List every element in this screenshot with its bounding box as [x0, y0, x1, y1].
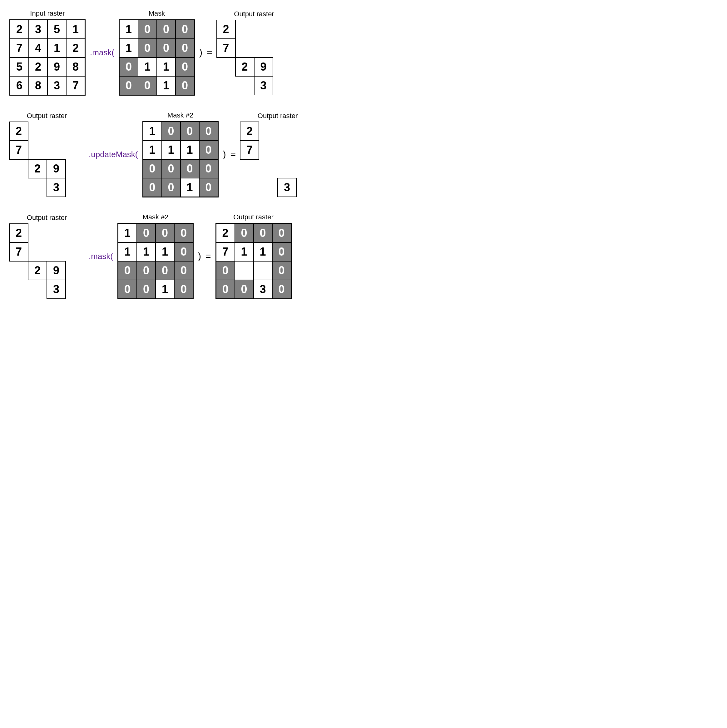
output-cell	[47, 122, 66, 141]
output-raster-title-1: Output raster	[234, 10, 274, 18]
mask-cell: 1	[119, 20, 138, 39]
mask-cell: 0	[138, 38, 157, 58]
output-cell: 9	[47, 261, 66, 280]
output-cell	[65, 140, 85, 160]
output-cell	[254, 38, 273, 58]
output-cell	[9, 178, 28, 197]
output-cell: 2	[216, 223, 235, 243]
output-raster-block-2: Output raster 273	[240, 112, 315, 197]
grid-cell: 8	[28, 76, 48, 95]
row-3: Output raster 27293 .mask( Mask #2 10001…	[9, 213, 718, 299]
mask-cell: 0	[199, 122, 218, 141]
mask-block-2: Mask #2 1000111000000010	[142, 111, 218, 197]
output-cell	[9, 280, 28, 299]
output-cell: 2	[240, 122, 259, 141]
row-1: Input raster 2351741252986837 .mask( Mas…	[9, 9, 718, 96]
mask-cell: 0	[199, 140, 218, 160]
mask-block-1: Mask 1000100001100010	[119, 9, 195, 96]
output-cell: 1	[253, 242, 273, 262]
mask-cell: 1	[155, 280, 174, 299]
output-cell: 7	[9, 242, 28, 262]
grid-cell: 2	[66, 38, 85, 58]
output-cell	[9, 159, 28, 178]
output-cell	[296, 140, 315, 160]
equals-2: =	[231, 117, 236, 192]
mask-cell: 1	[118, 223, 137, 243]
output-cell	[47, 223, 66, 243]
grid-cell: 7	[10, 38, 29, 58]
grid-cell: 2	[10, 20, 29, 39]
output-cell	[65, 261, 85, 280]
mask-cell: 0	[143, 178, 162, 197]
mask-cell: 0	[118, 261, 137, 280]
mask-cell: 0	[175, 38, 194, 58]
grid-cell: 5	[10, 57, 29, 76]
mask-block-3: Mask #2 1000111000000010	[118, 213, 194, 299]
output-cell: 2	[28, 261, 47, 280]
mask-cell: 1	[156, 76, 176, 95]
mask-cell: 0	[138, 20, 157, 39]
output-cell: 3	[47, 178, 66, 197]
mask-cell: 1	[180, 178, 200, 197]
grid-cell: 3	[47, 76, 67, 95]
op-mask-3: .mask(	[89, 219, 113, 294]
close-paren-3: )	[198, 219, 201, 294]
output-cell: 7	[9, 140, 28, 160]
mask-cell: 0	[155, 223, 174, 243]
mask-cell: 0	[162, 159, 181, 178]
output-raster-grid-2: 273	[240, 122, 315, 197]
output-cell: 9	[254, 57, 273, 76]
output-cell: 0	[216, 280, 235, 299]
output-cell	[65, 242, 85, 262]
output-cell: 2	[235, 57, 255, 76]
output-cell: 0	[235, 223, 254, 243]
mask-cell: 0	[174, 223, 193, 243]
input-raster-grid-2: 27293	[9, 122, 84, 197]
grid-cell: 1	[47, 38, 67, 58]
output-cell	[28, 178, 47, 197]
output-cell	[273, 38, 292, 58]
mask-cell: 0	[175, 57, 194, 76]
output-cell	[254, 20, 273, 39]
grid-cell: 6	[10, 76, 29, 95]
grid-cell: 1	[66, 20, 85, 39]
output-cell	[273, 57, 292, 76]
grid-cell: 5	[47, 20, 67, 39]
output-cell	[277, 159, 297, 178]
output-cell	[65, 159, 85, 178]
mask-grid-3: 1000111000000010	[118, 223, 194, 299]
output-cell: 2	[217, 20, 236, 39]
mask-cell: 0	[180, 122, 200, 141]
output-raster-block-1: Output raster 27293	[217, 10, 292, 95]
output-cell	[65, 122, 85, 141]
output-cell	[217, 76, 236, 95]
output-cell	[235, 76, 255, 95]
mask-cell: 0	[199, 159, 218, 178]
input-raster-block-2: Output raster 27293	[9, 112, 84, 197]
mask-cell: 1	[136, 242, 156, 262]
mask-cell: 1	[155, 242, 174, 262]
output-cell	[235, 20, 255, 39]
grid-cell: 2	[28, 57, 48, 76]
mask-cell: 0	[118, 280, 137, 299]
mask-cell: 0	[156, 20, 176, 39]
output-cell	[47, 242, 66, 262]
output-cell: 0	[272, 280, 291, 299]
output-cell	[253, 261, 273, 280]
grid-cell: 7	[66, 76, 85, 95]
output-cell	[277, 122, 297, 141]
input-raster-grid-3: 27293	[9, 224, 84, 299]
mask-cell: 1	[162, 140, 181, 160]
mask-cell: 0	[174, 261, 193, 280]
output-cell	[9, 261, 28, 280]
output-cell	[296, 159, 315, 178]
output-cell	[277, 140, 297, 160]
output-raster-grid-3: 20007110000030	[215, 223, 292, 299]
output-cell: 3	[254, 76, 273, 95]
mask-cell: 0	[138, 76, 157, 95]
output-cell	[28, 242, 47, 262]
output-cell	[258, 178, 278, 197]
output-cell: 1	[235, 242, 254, 262]
output-cell	[240, 178, 259, 197]
mask-cell: 0	[156, 38, 176, 58]
